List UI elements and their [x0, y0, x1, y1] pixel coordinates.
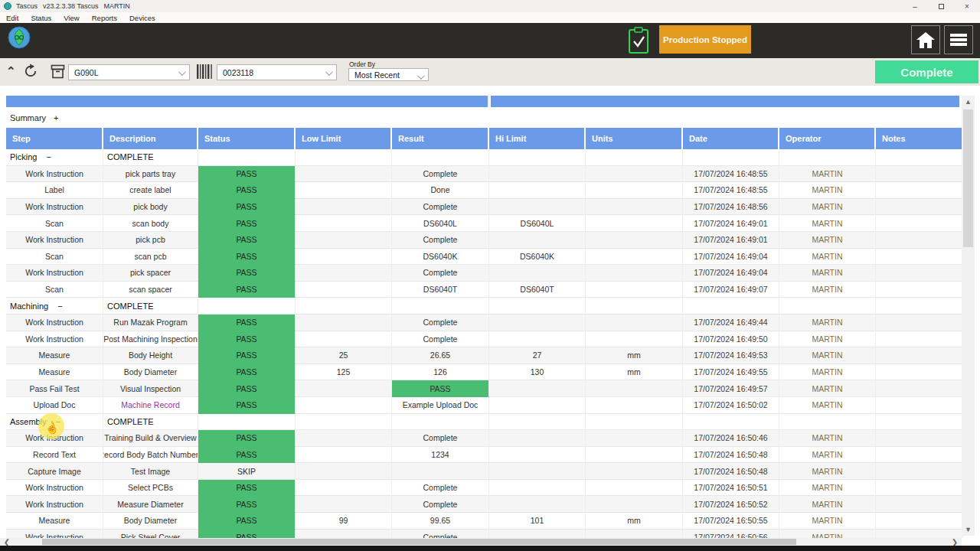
status-cell: PASS [198, 380, 296, 397]
column-header-date[interactable]: Date [683, 128, 779, 149]
column-header-notes[interactable]: Notes [876, 128, 963, 149]
bottom-edge-strip [0, 546, 980, 551]
table-row[interactable]: Scanscan pcbPASSDS6040KDS6040K17/07/2024… [6, 249, 963, 266]
table-row[interactable]: Capture ImageTest ImageSKIP17/07/2024 16… [6, 463, 963, 480]
column-header-low-limit[interactable]: Low Limit [296, 128, 392, 149]
status-cell: PASS [198, 530, 296, 538]
hand-cursor-icon: ☝ [42, 419, 60, 437]
status-cell: PASS [198, 347, 296, 364]
production-status-button[interactable]: Production Stopped [659, 25, 751, 54]
vertical-scrollbar[interactable]: ▲ ▼ [962, 96, 975, 536]
menu-item-devices[interactable]: Devices [123, 14, 162, 22]
maximize-icon [939, 4, 944, 9]
table-row[interactable]: Record TextRecord Body Batch NumbersPASS… [6, 447, 963, 464]
results-table: StepDescriptionStatusLow LimitResultHi L… [6, 128, 963, 538]
chevron-down-icon [417, 72, 425, 80]
column-header-description[interactable]: Description [103, 128, 198, 149]
section-collapse-toggle[interactable]: − [57, 302, 62, 311]
column-header-operator[interactable]: Operator [779, 128, 876, 149]
status-cell: PASS [198, 447, 296, 464]
table-row[interactable]: MeasureBody HeightPASS2526.6527mm17/07/2… [6, 347, 963, 364]
section-name: Picking [10, 152, 37, 161]
order-by-select[interactable]: Most Recent [348, 68, 429, 81]
table-row[interactable]: Work Instructionpick bodyPASSComplete17/… [6, 199, 963, 216]
column-header-status[interactable]: Status [198, 128, 296, 149]
order-by-label: Order By [349, 60, 375, 68]
table-row[interactable]: Labelcreate labelPASSDone17/07/2024 16:4… [6, 182, 963, 199]
document-link[interactable]: Machine Record [103, 397, 198, 414]
status-cell: PASS [198, 513, 296, 530]
horizontal-scrollbar[interactable]: ❮ ❯ [0, 538, 962, 546]
close-button[interactable]: × [954, 0, 980, 12]
table-row[interactable]: MeasureBody DiameterPASS9999.65101mm17/0… [6, 513, 963, 530]
table-row[interactable]: Scanscan spacerPASSDS6040TDS6040T17/07/2… [6, 282, 963, 298]
status-cell: PASS [198, 249, 296, 266]
table-row[interactable]: Scanscan bodyPASSDS6040LDS6040L17/07/202… [6, 215, 963, 232]
top-blue-strip-right [491, 96, 959, 107]
hamburger-icon [950, 34, 967, 46]
menu-bar: EditStatusViewReportsDevices [0, 12, 980, 23]
table-row[interactable]: Upload DocMachine RecordPASSExample Uplo… [6, 397, 963, 414]
serial-select[interactable]: 0023118 [217, 64, 337, 80]
table-row[interactable]: Work InstructionMeasure DiameterPASSComp… [6, 496, 963, 513]
summary-label: Summary [10, 113, 46, 122]
summary-expand-toggle[interactable]: + [54, 113, 58, 122]
scroll-up-icon[interactable]: ▲ [962, 96, 975, 108]
menu-item-edit[interactable]: Edit [0, 14, 24, 22]
column-header-hi-limit[interactable]: Hi Limit [489, 128, 586, 149]
hamburger-menu-button[interactable] [944, 25, 973, 54]
title-bar: Tascus v23.2.3.38 Tascus MARTIN – × [0, 0, 980, 12]
chevron-down-icon [325, 68, 333, 76]
checklist-clipboard-icon[interactable] [628, 27, 649, 54]
table-row[interactable]: Work InstructionSelect PCBsPASSComplete1… [6, 480, 963, 497]
status-cell: PASS [198, 480, 296, 497]
home-button[interactable] [911, 25, 940, 54]
menu-item-view[interactable]: View [57, 14, 85, 22]
horizontal-scroll-thumb[interactable] [42, 539, 796, 545]
window-title-app: Tascus [16, 2, 38, 10]
table-row[interactable]: Work Instructionpick parts trayPASSCompl… [6, 166, 963, 183]
minimize-button[interactable]: – [902, 0, 928, 12]
scroll-left-icon[interactable]: ❮ [0, 538, 14, 546]
status-cell: PASS [198, 364, 296, 381]
section-collapse-toggle[interactable]: − [46, 152, 51, 161]
table-header-row: StepDescriptionStatusLow LimitResultHi L… [6, 128, 963, 149]
product-select-value: G090L [74, 68, 99, 77]
scroll-right-icon[interactable]: ❯ [948, 538, 962, 546]
table-row[interactable]: Work InstructionPost Machining Inspectio… [6, 331, 963, 348]
vertical-scroll-thumb[interactable] [963, 109, 973, 247]
refresh-icon[interactable] [23, 64, 38, 79]
table-row[interactable]: Pass Fail TestVisual InspectionPASSPASS1… [6, 380, 963, 397]
status-cell: PASS [198, 315, 296, 331]
scroll-down-icon[interactable]: ▼ [962, 523, 975, 536]
table-row[interactable]: Work InstructionTraining Build & Overvie… [6, 430, 963, 447]
status-cell: PASS [198, 182, 296, 199]
home-icon [916, 31, 936, 49]
status-cell: PASS [198, 215, 296, 232]
status-cell: SKIP [198, 463, 296, 480]
column-header-units[interactable]: Units [586, 128, 683, 149]
window-title-user: MARTIN [103, 2, 129, 10]
menu-item-status[interactable]: Status [24, 14, 57, 22]
table-row[interactable]: MeasureBody DiameterPASS125126130mm17/07… [6, 364, 963, 381]
column-header-result[interactable]: Result [392, 128, 489, 149]
status-cell: PASS [198, 496, 296, 513]
chevron-down-icon [178, 68, 186, 76]
maximize-button[interactable] [928, 0, 954, 12]
section-row-picking[interactable]: Picking−COMPLETE [6, 149, 963, 166]
menu-item-reports[interactable]: Reports [86, 14, 123, 22]
section-row-machining[interactable]: Machining−COMPLETE [6, 298, 963, 315]
top-blue-strip-left [6, 96, 488, 107]
table-row[interactable]: Work InstructionPick Steel CoverPASSComp… [6, 530, 963, 538]
product-select[interactable]: G090L [68, 64, 190, 80]
table-row[interactable]: Work Instructionpick pcbPASSComplete17/0… [6, 232, 963, 249]
summary-row: Summary + [6, 107, 959, 128]
app-icon [4, 2, 11, 10]
table-row[interactable]: Work Instructionpick spacerPASSComplete1… [6, 265, 963, 282]
tascus-logo-icon [8, 26, 31, 49]
section-row-assembly[interactable]: Assembly−COMPLETE [6, 414, 963, 431]
section-name: Machining [10, 302, 48, 311]
table-row[interactable]: Work InstructionRun Mazak ProgramPASSCom… [6, 315, 963, 331]
collapse-panel-icon[interactable]: ⌃ [6, 64, 16, 78]
column-header-step[interactable]: Step [6, 128, 103, 149]
